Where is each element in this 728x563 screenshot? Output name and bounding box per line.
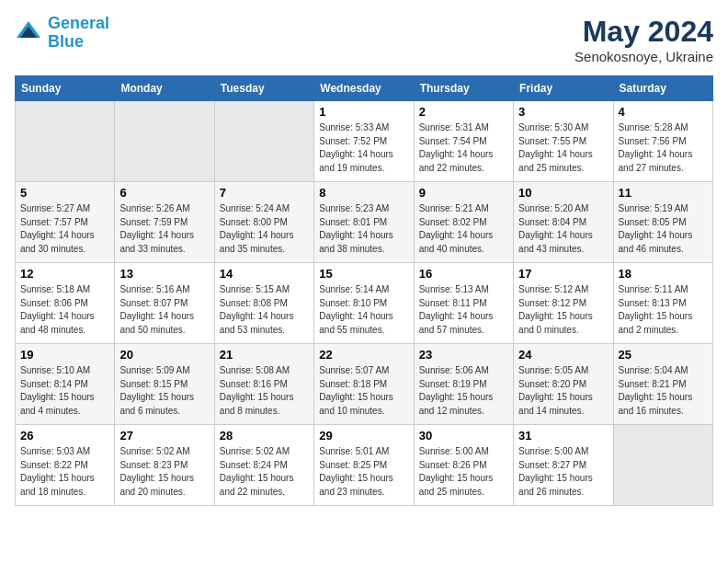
calendar-cell: 27Sunrise: 5:02 AM Sunset: 8:23 PM Dayli… <box>115 425 214 506</box>
page-header: General Blue May 2024 Senokosnoye, Ukrai… <box>15 15 713 64</box>
day-info: Sunrise: 5:26 AM Sunset: 7:59 PM Dayligh… <box>119 202 209 256</box>
logo-icon <box>15 19 42 47</box>
calendar-cell <box>613 425 712 506</box>
logo: General Blue <box>15 15 109 52</box>
calendar-cell: 10Sunrise: 5:20 AM Sunset: 8:04 PM Dayli… <box>514 182 613 263</box>
calendar-cell: 6Sunrise: 5:26 AM Sunset: 7:59 PM Daylig… <box>115 182 214 263</box>
calendar-week-row: 19Sunrise: 5:10 AM Sunset: 8:14 PM Dayli… <box>16 344 713 425</box>
day-number: 6 <box>119 186 209 200</box>
calendar-cell: 22Sunrise: 5:07 AM Sunset: 8:18 PM Dayli… <box>314 344 414 425</box>
calendar-cell: 2Sunrise: 5:31 AM Sunset: 7:54 PM Daylig… <box>414 101 513 182</box>
day-number: 9 <box>419 186 508 200</box>
day-number: 1 <box>319 105 408 119</box>
day-info: Sunrise: 5:21 AM Sunset: 8:02 PM Dayligh… <box>419 202 508 256</box>
calendar-cell: 9Sunrise: 5:21 AM Sunset: 8:02 PM Daylig… <box>414 182 513 263</box>
day-info: Sunrise: 5:12 AM Sunset: 8:12 PM Dayligh… <box>518 283 608 337</box>
day-number: 17 <box>518 267 608 281</box>
location: Senokosnoye, Ukraine <box>574 49 713 64</box>
day-info: Sunrise: 5:02 AM Sunset: 8:24 PM Dayligh… <box>220 445 309 499</box>
calendar-cell: 12Sunrise: 5:18 AM Sunset: 8:06 PM Dayli… <box>16 263 115 344</box>
day-number: 22 <box>319 348 408 362</box>
day-number: 21 <box>220 348 309 362</box>
day-info: Sunrise: 5:20 AM Sunset: 8:04 PM Dayligh… <box>518 202 608 256</box>
day-number: 2 <box>419 105 508 119</box>
day-number: 16 <box>419 267 508 281</box>
day-info: Sunrise: 5:28 AM Sunset: 7:56 PM Dayligh… <box>619 121 708 175</box>
day-header-monday: Monday <box>115 76 214 101</box>
day-number: 25 <box>619 348 708 362</box>
day-header-wednesday: Wednesday <box>314 76 414 101</box>
calendar-cell <box>214 101 313 182</box>
day-number: 12 <box>20 267 109 281</box>
day-info: Sunrise: 5:15 AM Sunset: 8:08 PM Dayligh… <box>220 283 309 337</box>
day-header-tuesday: Tuesday <box>214 76 313 101</box>
day-number: 20 <box>119 348 209 362</box>
calendar-cell: 24Sunrise: 5:05 AM Sunset: 8:20 PM Dayli… <box>514 344 613 425</box>
title-block: May 2024 Senokosnoye, Ukraine <box>574 15 713 64</box>
calendar-cell <box>115 101 214 182</box>
calendar-cell: 13Sunrise: 5:16 AM Sunset: 8:07 PM Dayli… <box>115 263 214 344</box>
calendar-cell: 23Sunrise: 5:06 AM Sunset: 8:19 PM Dayli… <box>414 344 513 425</box>
calendar-cell: 5Sunrise: 5:27 AM Sunset: 7:57 PM Daylig… <box>16 182 115 263</box>
calendar-cell: 14Sunrise: 5:15 AM Sunset: 8:08 PM Dayli… <box>214 263 313 344</box>
calendar-cell <box>16 101 115 182</box>
day-info: Sunrise: 5:01 AM Sunset: 8:25 PM Dayligh… <box>319 445 408 499</box>
calendar-cell: 3Sunrise: 5:30 AM Sunset: 7:55 PM Daylig… <box>514 101 613 182</box>
day-number: 4 <box>619 105 708 119</box>
day-number: 24 <box>518 348 608 362</box>
calendar-cell: 8Sunrise: 5:23 AM Sunset: 8:01 PM Daylig… <box>314 182 414 263</box>
calendar-cell: 29Sunrise: 5:01 AM Sunset: 8:25 PM Dayli… <box>314 425 414 506</box>
day-header-sunday: Sunday <box>16 76 115 101</box>
month-year: May 2024 <box>574 15 713 49</box>
day-info: Sunrise: 5:06 AM Sunset: 8:19 PM Dayligh… <box>419 364 508 418</box>
logo-text: General Blue <box>48 15 109 52</box>
day-header-thursday: Thursday <box>414 76 513 101</box>
calendar-cell: 21Sunrise: 5:08 AM Sunset: 8:16 PM Dayli… <box>214 344 313 425</box>
day-info: Sunrise: 5:18 AM Sunset: 8:06 PM Dayligh… <box>20 283 109 337</box>
calendar-cell: 31Sunrise: 5:00 AM Sunset: 8:27 PM Dayli… <box>514 425 613 506</box>
day-number: 7 <box>220 186 309 200</box>
day-info: Sunrise: 5:00 AM Sunset: 8:27 PM Dayligh… <box>518 445 608 499</box>
calendar-cell: 4Sunrise: 5:28 AM Sunset: 7:56 PM Daylig… <box>613 101 712 182</box>
calendar-header-row: SundayMondayTuesdayWednesdayThursdayFrid… <box>16 76 713 101</box>
calendar-week-row: 1Sunrise: 5:33 AM Sunset: 7:52 PM Daylig… <box>16 101 713 182</box>
calendar-week-row: 26Sunrise: 5:03 AM Sunset: 8:22 PM Dayli… <box>16 425 713 506</box>
day-info: Sunrise: 5:11 AM Sunset: 8:13 PM Dayligh… <box>619 283 708 337</box>
day-info: Sunrise: 5:10 AM Sunset: 8:14 PM Dayligh… <box>20 364 109 418</box>
day-number: 8 <box>319 186 408 200</box>
day-number: 15 <box>319 267 408 281</box>
day-info: Sunrise: 5:13 AM Sunset: 8:11 PM Dayligh… <box>419 283 508 337</box>
calendar-cell: 28Sunrise: 5:02 AM Sunset: 8:24 PM Dayli… <box>214 425 313 506</box>
day-info: Sunrise: 5:31 AM Sunset: 7:54 PM Dayligh… <box>419 121 508 175</box>
day-number: 18 <box>619 267 708 281</box>
day-info: Sunrise: 5:16 AM Sunset: 8:07 PM Dayligh… <box>119 283 209 337</box>
calendar-cell: 17Sunrise: 5:12 AM Sunset: 8:12 PM Dayli… <box>514 263 613 344</box>
day-number: 14 <box>220 267 309 281</box>
day-number: 28 <box>220 429 309 442</box>
day-info: Sunrise: 5:02 AM Sunset: 8:23 PM Dayligh… <box>119 445 209 499</box>
day-number: 11 <box>619 186 708 200</box>
day-info: Sunrise: 5:03 AM Sunset: 8:22 PM Dayligh… <box>20 445 109 499</box>
calendar-cell: 26Sunrise: 5:03 AM Sunset: 8:22 PM Dayli… <box>16 425 115 506</box>
day-info: Sunrise: 5:00 AM Sunset: 8:26 PM Dayligh… <box>419 445 508 499</box>
day-info: Sunrise: 5:14 AM Sunset: 8:10 PM Dayligh… <box>319 283 408 337</box>
calendar-cell: 11Sunrise: 5:19 AM Sunset: 8:05 PM Dayli… <box>613 182 712 263</box>
day-info: Sunrise: 5:08 AM Sunset: 8:16 PM Dayligh… <box>220 364 309 418</box>
day-header-friday: Friday <box>514 76 613 101</box>
calendar-cell: 30Sunrise: 5:00 AM Sunset: 8:26 PM Dayli… <box>414 425 513 506</box>
day-info: Sunrise: 5:07 AM Sunset: 8:18 PM Dayligh… <box>319 364 408 418</box>
day-info: Sunrise: 5:27 AM Sunset: 7:57 PM Dayligh… <box>20 202 109 256</box>
calendar-cell: 25Sunrise: 5:04 AM Sunset: 8:21 PM Dayli… <box>613 344 712 425</box>
day-header-saturday: Saturday <box>613 76 712 101</box>
day-number: 10 <box>518 186 608 200</box>
day-info: Sunrise: 5:09 AM Sunset: 8:15 PM Dayligh… <box>119 364 209 418</box>
day-number: 29 <box>319 429 408 442</box>
day-info: Sunrise: 5:04 AM Sunset: 8:21 PM Dayligh… <box>619 364 708 418</box>
calendar-cell: 15Sunrise: 5:14 AM Sunset: 8:10 PM Dayli… <box>314 263 414 344</box>
day-info: Sunrise: 5:33 AM Sunset: 7:52 PM Dayligh… <box>319 121 408 175</box>
calendar-cell: 16Sunrise: 5:13 AM Sunset: 8:11 PM Dayli… <box>414 263 513 344</box>
day-number: 26 <box>20 429 109 442</box>
day-number: 30 <box>419 429 508 442</box>
calendar-cell: 19Sunrise: 5:10 AM Sunset: 8:14 PM Dayli… <box>16 344 115 425</box>
calendar-cell: 18Sunrise: 5:11 AM Sunset: 8:13 PM Dayli… <box>613 263 712 344</box>
